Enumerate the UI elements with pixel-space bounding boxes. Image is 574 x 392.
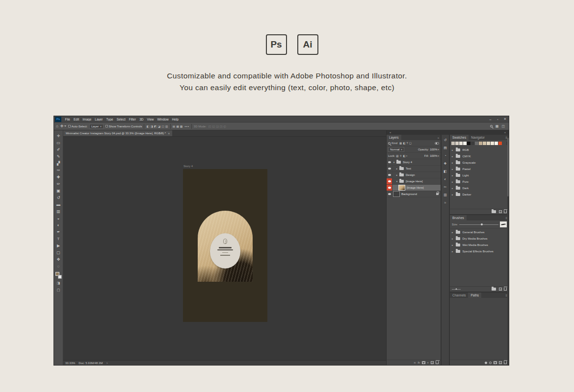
new-brush-icon[interactable]: + <box>499 288 502 291</box>
expand-arrow-icon[interactable] <box>395 180 398 183</box>
delete-brush-icon[interactable] <box>504 288 507 291</box>
load-selection-icon[interactable] <box>494 361 497 364</box>
swatch[interactable] <box>459 142 463 145</box>
expand-arrow-icon[interactable]: ▸ <box>452 250 453 253</box>
tool-eraser[interactable]: ▬ <box>54 201 63 208</box>
filter-shape-icon[interactable]: ▢ <box>409 142 412 145</box>
swatch[interactable] <box>487 142 490 145</box>
layer-row-background[interactable]: Background <box>387 191 441 197</box>
align-icon[interactable]: ◪ <box>157 124 160 128</box>
tool-quick-selection[interactable]: ✎ <box>54 153 63 160</box>
menu-item[interactable]: Window <box>156 118 170 121</box>
swatch[interactable] <box>491 142 494 145</box>
layer-mask-icon[interactable] <box>422 361 425 364</box>
fill-value[interactable]: 100% <box>430 154 439 157</box>
tool-path-selection[interactable]: ▶ <box>54 242 63 249</box>
lock-all-icon[interactable]: ▪ <box>406 154 407 157</box>
swatch[interactable] <box>479 142 482 145</box>
new-layer-icon[interactable]: + <box>431 361 434 364</box>
workspace-icon[interactable]: ▦ <box>496 124 499 128</box>
adjustment-layer-icon[interactable]: ◐ <box>427 361 429 364</box>
3d-mode-icon[interactable]: ◳ <box>220 124 223 128</box>
align-icon[interactable]: ◫ <box>161 124 164 128</box>
zoom-level[interactable]: 33.33% <box>65 362 75 365</box>
new-swatch-icon[interactable]: + <box>499 210 502 213</box>
tab-channels[interactable]: Channels <box>450 293 468 298</box>
share-icon[interactable]: ◫ <box>501 124 505 128</box>
close-icon[interactable]: × <box>168 132 170 135</box>
auto-select-target-dropdown[interactable]: Layer <box>89 124 104 129</box>
tool-lasso[interactable]: ✐ <box>54 146 63 153</box>
tab-layers[interactable]: Layers <box>387 135 401 140</box>
tool-dodge[interactable]: ◐ <box>54 221 63 228</box>
swatch-group-pure[interactable]: ▸ Pure <box>450 178 509 185</box>
tool-clone-stamp[interactable]: ▣ <box>54 187 63 194</box>
swatch[interactable] <box>498 142 502 145</box>
align-icon[interactable]: ◨ <box>150 124 153 128</box>
layer-row-image-here[interactable]: [Image Here] <box>387 178 441 185</box>
status-expand-icon[interactable]: > <box>106 362 108 365</box>
tool-gradient[interactable]: ▥ <box>54 208 63 215</box>
brush-group-wet-media-brushes[interactable]: ▸ Wet Media Brushes <box>450 242 509 248</box>
new-group-icon[interactable] <box>492 288 496 291</box>
expand-arrow-icon[interactable] <box>395 167 398 170</box>
tool-history-brush[interactable]: ↺ <box>54 194 63 201</box>
swatch[interactable] <box>451 142 455 145</box>
expand-arrow-icon[interactable]: ▸ <box>452 244 453 246</box>
expand-arrow-icon[interactable] <box>395 173 398 176</box>
blend-mode-dropdown[interactable]: Normal <box>388 147 404 152</box>
layer-row-image-here[interactable]: [Image Here] <box>387 185 441 191</box>
expand-arrow-icon[interactable]: ▸ <box>452 174 453 177</box>
window-button-close[interactable]: ✕ <box>501 117 509 121</box>
swatch-group-cmyk[interactable]: ▸ CMYK <box>450 153 509 159</box>
swatch[interactable] <box>463 142 467 145</box>
canvas[interactable]: Story 4 <box>63 137 386 360</box>
distribute-icon[interactable]: ▤ <box>173 124 176 128</box>
tool-type[interactable]: T <box>54 235 63 242</box>
tool-zoom[interactable]: ◌ <box>54 263 63 270</box>
tool-blur[interactable]: ◒ <box>54 215 63 221</box>
layer-visibility-toggle[interactable] <box>387 159 392 165</box>
swatch-group-grayscale[interactable]: ▸ Grayscale <box>450 159 509 166</box>
layer-name[interactable]: [Image Here] <box>406 180 423 183</box>
story-photo[interactable] <box>198 211 253 282</box>
opacity-value[interactable]: 100% <box>430 148 439 151</box>
window-button-minimize[interactable]: – <box>487 118 494 121</box>
new-path-icon[interactable]: + <box>499 361 502 364</box>
expand-arrow-icon[interactable]: ▸ <box>452 237 453 240</box>
layer-name[interactable]: Background <box>401 193 417 196</box>
expand-arrow-icon[interactable]: ▸ <box>452 180 453 183</box>
menu-item[interactable]: Layer <box>93 118 104 121</box>
brush-size-slider[interactable] <box>459 224 498 225</box>
swatch[interactable] <box>471 142 474 145</box>
filter-type-icon[interactable]: T <box>406 142 408 145</box>
tool-marquee[interactable]: ▭ <box>54 139 63 146</box>
align-icon[interactable]: ◧ <box>146 124 149 128</box>
menu-item[interactable]: File <box>63 118 72 121</box>
expand-arrow-icon[interactable]: ▸ <box>452 193 453 196</box>
show-transform-checkbox[interactable]: Show Transform Controls <box>105 125 142 128</box>
panel-icon-info[interactable]: ◐ <box>442 175 449 183</box>
menu-item[interactable]: Select <box>115 118 127 121</box>
background-color-swatch[interactable] <box>58 275 62 279</box>
menu-item[interactable]: Edit <box>72 118 80 121</box>
panel-icon-layer-comps[interactable]: ▥ <box>442 191 449 198</box>
menu-item[interactable]: Image <box>81 118 93 121</box>
layer-thumbnail[interactable] <box>393 192 399 196</box>
brush-group-special-effects-brushes[interactable]: ▸ Special Effects Brushes <box>450 248 509 254</box>
move-tool-indicator[interactable]: ✛ <box>60 124 66 128</box>
tool-eyedropper[interactable]: ✑ <box>54 167 63 173</box>
artboard-label[interactable]: Story 4 <box>183 165 193 168</box>
layer-visibility-toggle[interactable] <box>387 191 392 197</box>
expand-arrow-icon[interactable]: ▸ <box>452 168 453 171</box>
panel-icon-history[interactable]: ↺ <box>442 136 449 144</box>
swatch-group-light[interactable]: ▸ Light <box>450 172 509 178</box>
3d-mode-icon[interactable]: ◴ <box>224 124 226 128</box>
panel-icon-timeline[interactable]: ≈ <box>442 199 449 206</box>
tool-pen[interactable]: ✒ <box>54 228 63 235</box>
filter-type-dropdown[interactable]: Kind <box>391 142 397 145</box>
tool-crop[interactable]: ▞ <box>54 160 63 167</box>
expand-arrow-icon[interactable]: ▸ <box>452 155 453 158</box>
3d-mode-icon[interactable]: ◰ <box>209 124 211 128</box>
menu-item[interactable]: Type <box>104 118 115 121</box>
